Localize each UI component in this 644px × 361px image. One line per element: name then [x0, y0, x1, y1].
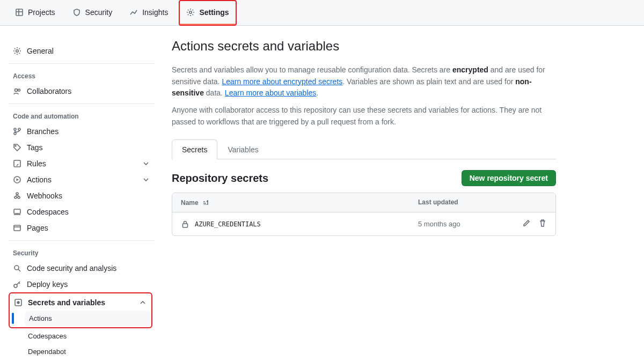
lock-icon [181, 220, 189, 229]
chevron-down-icon [142, 175, 150, 184]
svg-rect-25 [183, 224, 188, 227]
sidebar-pages[interactable]: Pages [9, 220, 155, 236]
section-title: Repository secrets [172, 172, 268, 185]
col-updated-header: Last updated [418, 198, 504, 207]
sidebar-label: Pages [27, 224, 48, 232]
svg-point-9 [18, 128, 20, 130]
gear-icon [13, 47, 21, 55]
sidebar-heading-code: Code and automation [9, 108, 155, 123]
svg-point-5 [15, 89, 18, 92]
page-title: Actions secrets and variables [172, 39, 556, 54]
svg-point-7 [14, 128, 16, 130]
sidebar-label: Deploy keys [27, 280, 68, 289]
secret-name-cell: AZURE_CREDENTIALS [181, 220, 418, 229]
new-secret-button[interactable]: New repository secret [462, 170, 556, 186]
key-icon [13, 280, 21, 289]
sidebar-label: Tags [27, 143, 43, 152]
sidebar-sub-actions[interactable]: Actions [25, 311, 151, 326]
webhook-icon [13, 191, 21, 200]
sidebar-secrets-variables[interactable]: Secrets and variables [10, 294, 151, 311]
svg-point-4 [16, 50, 18, 52]
edit-button[interactable] [522, 219, 531, 229]
table-icon [15, 8, 24, 17]
sidebar-tags[interactable]: Tags [9, 139, 155, 156]
sort-icon [202, 198, 208, 207]
svg-point-16 [16, 193, 18, 195]
secret-updated: 5 months ago [418, 220, 504, 228]
sidebar-secrets-submenu-rest: Codespaces Dependabot [9, 328, 155, 359]
people-icon [13, 87, 21, 95]
sidebar-deploy-keys[interactable]: Deploy keys [9, 276, 155, 292]
svg-rect-19 [14, 225, 20, 231]
codespaces-icon [13, 208, 21, 216]
top-nav: Projects Security Insights Settings [0, 0, 644, 26]
sidebar-code-security[interactable]: Code security and analysis [9, 260, 155, 276]
col-name-header[interactable]: Name [181, 198, 418, 207]
gear-icon [186, 8, 195, 17]
chevron-up-icon [138, 298, 147, 307]
shield-icon [72, 8, 81, 17]
svg-rect-17 [14, 209, 20, 213]
sidebar-sub-codespaces[interactable]: Codespaces [24, 328, 155, 344]
tab-projects[interactable]: Projects [9, 1, 62, 25]
rules-icon [13, 159, 21, 168]
tab-secrets[interactable]: Secrets [172, 139, 217, 159]
tab-label: Settings [199, 8, 229, 17]
tab-label: Projects [28, 8, 55, 17]
svg-point-6 [18, 89, 20, 91]
svg-point-14 [14, 196, 17, 198]
sidebar-secrets-submenu: Actions [10, 311, 151, 326]
sidebar-label: Collaborators [27, 87, 71, 95]
svg-rect-11 [14, 160, 20, 167]
tab-label: Security [85, 8, 113, 17]
svg-rect-0 [16, 9, 23, 16]
svg-point-3 [189, 11, 192, 13]
scan-icon [13, 264, 21, 272]
sidebar-label: Secrets and variables [28, 298, 105, 307]
sidebar-webhooks[interactable]: Webhooks [9, 188, 155, 204]
main-content: Actions secrets and variables Secrets an… [159, 26, 577, 361]
graph-icon [129, 8, 138, 17]
table-header: Name Last updated [172, 193, 555, 212]
tab-settings[interactable]: Settings [180, 1, 235, 25]
settings-sidebar: General Access Collaborators Code and au… [0, 26, 159, 361]
svg-point-15 [18, 196, 20, 198]
delete-button[interactable] [538, 219, 547, 229]
link-variables[interactable]: Learn more about variables [225, 89, 316, 97]
sidebar-label: Code security and analysis [27, 264, 116, 272]
sidebar-general[interactable]: General [9, 43, 155, 59]
sidebar-label: Webhooks [27, 191, 62, 200]
table-row: AZURE_CREDENTIALS 5 months ago [172, 212, 555, 235]
asterisk-icon [14, 298, 23, 307]
link-encrypted-secrets[interactable]: Learn more about encrypted secrets [222, 77, 342, 86]
secret-name: AZURE_CREDENTIALS [195, 220, 261, 228]
svg-point-21 [14, 266, 19, 270]
svg-marker-13 [17, 179, 19, 181]
sidebar-label: Rules [27, 159, 46, 168]
tab-variables[interactable]: Variables [217, 139, 268, 159]
sidebar-heading-security: Security [9, 245, 155, 260]
sidebar-heading-access: Access [9, 68, 155, 83]
sidebar-rules[interactable]: Rules [9, 156, 155, 172]
sidebar-actions[interactable]: Actions [9, 172, 155, 188]
description-2: Anyone with collaborator access to this … [172, 105, 556, 128]
svg-point-8 [14, 132, 16, 135]
tab-security[interactable]: Security [66, 1, 119, 25]
sidebar-label: Actions [27, 175, 52, 184]
sidebar-sub-dependabot[interactable]: Dependabot [24, 344, 155, 359]
sidebar-codespaces[interactable]: Codespaces [9, 204, 155, 220]
sidebar-branches[interactable]: Branches [9, 123, 155, 139]
tag-icon [13, 143, 21, 152]
secrets-table: Name Last updated AZURE_CREDENTIALS 5 mo… [172, 193, 556, 236]
sidebar-collaborators[interactable]: Collaborators [9, 83, 155, 99]
svg-point-10 [15, 145, 16, 146]
section-header: Repository secrets New repository secret [172, 170, 556, 186]
tab-insights[interactable]: Insights [123, 1, 174, 25]
highlight-settings-tab: Settings [179, 0, 236, 26]
play-icon [13, 175, 21, 184]
chevron-down-icon [142, 159, 150, 168]
branch-icon [13, 127, 21, 136]
tab-label: Insights [142, 8, 168, 17]
browser-icon [13, 224, 21, 232]
sidebar-label: Codespaces [27, 208, 69, 216]
